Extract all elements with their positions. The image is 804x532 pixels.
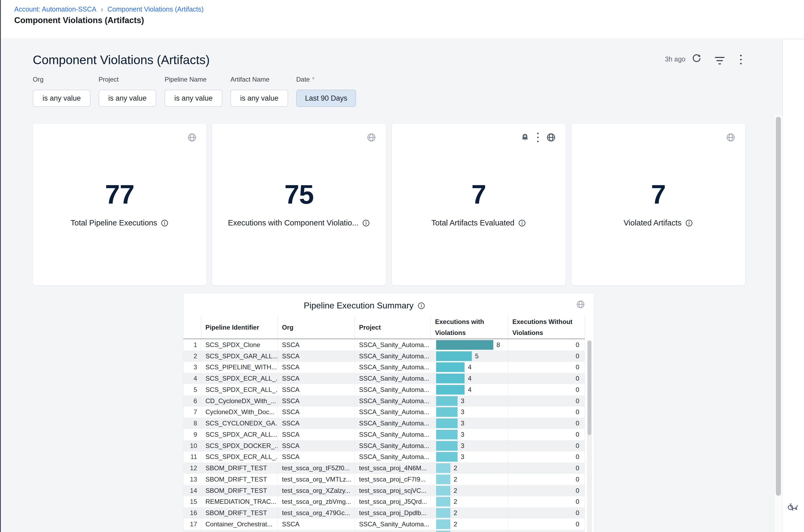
kebab-menu-icon[interactable] — [537, 133, 539, 142]
cell-org[interactable]: SSCA — [278, 452, 355, 463]
cell-executions-with-violations[interactable]: 3 — [431, 407, 508, 418]
info-icon[interactable] — [362, 219, 370, 227]
cell-executions-without-violations[interactable]: 0 — [508, 362, 585, 373]
cell-pipeline-identifier[interactable]: SBOM_DRIFT_TEST — [201, 507, 278, 518]
filter-project-value[interactable]: is any value — [98, 90, 156, 107]
cell-org[interactable]: SSCA — [278, 440, 355, 452]
cell-project[interactable]: SSCA_Sanity_Automa... — [355, 407, 431, 418]
cell-executions-with-violations[interactable]: 4 — [431, 384, 508, 395]
cell-pipeline-identifier[interactable]: SBOM_DRIFT_TEST — [201, 462, 278, 474]
cell-project[interactable]: test_ssca_proj_J5Qrd... — [355, 496, 431, 508]
cell-org[interactable]: SSCA — [278, 362, 355, 373]
cell-pipeline-identifier[interactable]: REMEDIATION_TRAC... — [201, 496, 278, 508]
cell-project[interactable] — [355, 530, 431, 532]
page-scrollbar-thumb[interactable] — [776, 117, 781, 496]
cell-org[interactable] — [278, 530, 355, 532]
breadcrumb-account-link[interactable]: Account: Automation-SSCA — [14, 5, 96, 13]
filter-artifact-name-value[interactable]: is any value — [230, 90, 288, 107]
cell-pipeline-identifier[interactable]: SCS_SPDX_Clone — [201, 339, 278, 350]
cell-pipeline-identifier[interactable]: SCS_SPDX_ECR_ALL_... — [201, 384, 278, 395]
cell-executions-without-violations[interactable]: 0 — [508, 350, 585, 362]
info-icon[interactable] — [685, 219, 693, 227]
cell-executions-with-violations[interactable]: 4 — [431, 362, 508, 373]
cell-project[interactable]: SSCA_Sanity_Automa... — [355, 440, 431, 452]
cell-project[interactable]: test_ssca_proj_scjVC... — [355, 485, 431, 496]
cell-executions-without-violations[interactable]: 0 — [508, 418, 585, 429]
cell-org[interactable]: SSCA — [278, 418, 355, 429]
filter-date-value[interactable]: Last 90 Days — [296, 90, 356, 107]
info-icon[interactable] — [518, 219, 526, 227]
refresh-icon[interactable] — [691, 53, 702, 64]
cell-pipeline-identifier[interactable]: SCS_SPDX_GAR_ALL... — [201, 350, 278, 362]
cell-pipeline-identifier[interactable]: SCS_SPDX_DOCKER_... — [201, 440, 278, 452]
cell-org[interactable]: test_ssca_org_XZalzy... — [278, 485, 355, 496]
cell-executions-with-violations[interactable]: 3 — [431, 418, 508, 429]
cell-pipeline-identifier[interactable]: SCS_SPDX_ECR_ALL_... — [201, 373, 278, 384]
cell-executions-without-violations[interactable]: 0 — [508, 440, 585, 452]
cell-executions-with-violations[interactable]: 2 — [431, 462, 508, 474]
cell-executions-without-violations[interactable]: 0 — [508, 373, 585, 384]
cell-org[interactable]: SSCA — [278, 339, 355, 350]
cell-project[interactable]: SSCA_Sanity_Automa... — [355, 518, 431, 530]
cell-executions-with-violations[interactable]: 2 — [431, 496, 508, 508]
column-header-org[interactable]: Org — [278, 316, 355, 339]
column-header-pipeline-identifier[interactable]: Pipeline Identifier — [201, 316, 278, 339]
cell-project[interactable]: SSCA_Sanity_Automa... — [355, 429, 431, 440]
cell-pipeline-identifier[interactable] — [201, 530, 278, 532]
cell-org[interactable]: SSCA — [278, 407, 355, 418]
bell-plus-icon[interactable] — [520, 133, 529, 142]
cell-project[interactable]: SSCA_Sanity_Automa... — [355, 418, 431, 429]
cell-project[interactable]: test_ssca_proj_Dpdlb... — [355, 507, 431, 518]
cell-executions-without-violations[interactable]: 0 — [508, 485, 585, 496]
cell-org[interactable]: SSCA — [278, 384, 355, 395]
column-header-executions-with-violations[interactable]: Executions withViolations — [431, 316, 508, 339]
table-scrollbar-thumb[interactable] — [587, 341, 591, 435]
column-header-executions-without-violations[interactable]: Executions WithoutViolations — [508, 316, 585, 339]
cell-project[interactable]: SSCA_Sanity_Automa... — [355, 373, 431, 384]
cell-project[interactable]: SSCA_Sanity_Automa... — [355, 350, 431, 362]
cell-executions-without-violations[interactable]: 0 — [508, 395, 585, 407]
cell-executions-without-violations[interactable]: 0 — [508, 339, 585, 350]
cell-org[interactable]: SSCA — [278, 518, 355, 530]
cell-org[interactable]: SSCA — [278, 429, 355, 440]
info-icon[interactable] — [417, 302, 425, 310]
cell-executions-with-violations[interactable]: 2 — [431, 474, 508, 485]
cell-executions-without-violations[interactable]: 0 — [508, 384, 585, 395]
cell-executions-with-violations[interactable]: 2 — [431, 530, 508, 532]
cell-pipeline-identifier[interactable]: Container_Orchestrat... — [201, 518, 278, 530]
cell-org[interactable]: SSCA — [278, 395, 355, 407]
cell-executions-without-violations[interactable]: 0 — [508, 474, 585, 485]
cell-org[interactable]: test_ssca_org_VMTLz... — [278, 474, 355, 485]
cell-pipeline-identifier[interactable]: SCS_SPDX_ACR_ALL... — [201, 429, 278, 440]
cell-pipeline-identifier[interactable]: SBOM_DRIFT_TEST — [201, 474, 278, 485]
globe-icon[interactable] — [187, 133, 197, 142]
cell-pipeline-identifier[interactable]: SBOM_DRIFT_TEST — [201, 485, 278, 496]
cell-executions-with-violations[interactable]: 8 — [431, 339, 508, 350]
cell-project[interactable]: SSCA_Sanity_Automa... — [355, 362, 431, 373]
cell-pipeline-identifier[interactable]: SCS_SPDX_ECR_ALL_... — [201, 452, 278, 463]
cell-executions-with-violations[interactable]: 3 — [431, 440, 508, 452]
cell-org[interactable]: test_ssca_org_479Gc... — [278, 507, 355, 518]
globe-icon[interactable] — [367, 133, 376, 142]
cell-org[interactable]: test_ssca_org_tF5Zf0... — [278, 462, 355, 474]
cell-executions-without-violations[interactable]: 0 — [508, 452, 585, 463]
cell-executions-without-violations[interactable]: 0 — [508, 429, 585, 440]
cell-pipeline-identifier[interactable]: SCS_PIPELINE_WITH... — [201, 362, 278, 373]
breadcrumb-page-link[interactable]: Component Violations (Artifacts) — [107, 5, 204, 13]
globe-icon[interactable] — [576, 300, 585, 309]
cell-project[interactable]: SSCA_Sanity_Automa... — [355, 395, 431, 407]
filter-pipeline-name-value[interactable]: is any value — [165, 90, 222, 107]
filter-icon[interactable] — [715, 57, 725, 64]
cell-executions-with-violations[interactable]: 5 — [431, 350, 508, 362]
cell-executions-without-violations[interactable]: 0 — [508, 496, 585, 508]
cell-executions-with-violations[interactable]: 3 — [431, 429, 508, 440]
cell-executions-with-violations[interactable]: 2 — [431, 518, 508, 530]
cell-project[interactable]: SSCA_Sanity_Automa... — [355, 384, 431, 395]
cell-org[interactable]: SSCA — [278, 373, 355, 384]
cell-project[interactable]: test_ssca_proj_cF7I9... — [355, 474, 431, 485]
info-icon[interactable] — [161, 219, 169, 227]
cell-pipeline-identifier[interactable]: CycloneDX_With_Doc... — [201, 407, 278, 418]
globe-icon[interactable] — [726, 133, 735, 142]
cell-executions-without-violations[interactable]: 0 — [508, 407, 585, 418]
cell-org[interactable]: test_ssca_org_zbVmg... — [278, 496, 355, 508]
